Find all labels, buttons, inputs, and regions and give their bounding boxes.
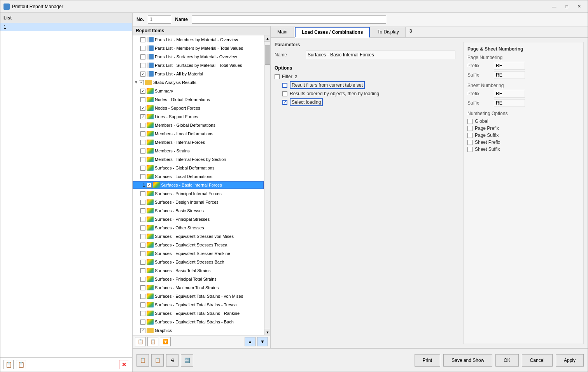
checkbox[interactable] — [140, 311, 145, 316]
checkbox[interactable] — [140, 191, 145, 196]
list-item[interactable]: ✓ Graphics — [133, 326, 264, 335]
list-item[interactable]: ✓ Nodes - Support Forces — [133, 104, 264, 112]
tree-add-button[interactable]: 📋 — [135, 337, 146, 346]
select-loading-checkbox[interactable]: ✓ — [282, 100, 287, 105]
tree-up-button[interactable]: ▲ — [245, 337, 256, 346]
maximize-button[interactable]: □ — [561, 2, 572, 11]
close-button[interactable]: ✕ — [574, 2, 584, 11]
checkbox[interactable] — [140, 268, 145, 273]
checkbox[interactable] — [140, 54, 145, 59]
list-item[interactable]: Surfaces - Principal Total Strains — [133, 275, 264, 283]
checkbox[interactable] — [140, 225, 145, 231]
checkbox[interactable] — [140, 37, 145, 42]
print-button[interactable]: Print — [415, 354, 441, 367]
checkbox[interactable]: ✓ — [140, 89, 145, 94]
list-item[interactable]: Surfaces - Equivalent Stresses Bach — [133, 258, 264, 266]
checkbox[interactable] — [140, 157, 145, 162]
list-item[interactable]: Surfaces - Equivalent Stresses Tresca — [133, 241, 264, 249]
list-item[interactable]: Surfaces - Design Internal Forces — [133, 198, 264, 206]
results-ordered-checkbox[interactable] — [282, 91, 287, 96]
list-item[interactable]: ✓ Lines - Support Forces — [133, 112, 264, 121]
checkbox[interactable] — [140, 251, 145, 256]
list-item[interactable]: Members - Internal Forces — [133, 138, 264, 147]
tree-filter-button[interactable]: 🔽 — [160, 337, 171, 346]
list-item[interactable]: Surfaces - Principal Internal Forces — [133, 189, 264, 198]
page-prefix-checkbox[interactable] — [467, 126, 472, 131]
tab-main[interactable]: Main — [271, 27, 294, 38]
list-item[interactable]: Surfaces - Equivalent Total Strains - Ra… — [133, 309, 264, 318]
apply-button[interactable]: Apply — [556, 354, 584, 367]
toolbar-btn-3[interactable]: 🖨 — [166, 354, 178, 367]
checkbox[interactable] — [140, 46, 145, 51]
scroll-thumb[interactable] — [265, 45, 270, 65]
toolbar-btn-1[interactable]: 📋 — [136, 354, 149, 367]
list-item[interactable]: Surfaces - Basic Stresses — [133, 206, 264, 215]
tree-copy-button[interactable]: 📋 — [147, 337, 158, 346]
minimize-button[interactable]: — — [549, 2, 560, 11]
delete-list-button[interactable]: ✕ — [119, 360, 129, 369]
checkbox[interactable] — [140, 131, 145, 136]
tree-container[interactable]: Parts List - Members by Material - Overv… — [133, 35, 270, 335]
sheet-suffix-checkbox[interactable] — [467, 147, 472, 152]
ok-button[interactable]: OK — [495, 354, 518, 367]
scroll-up-button[interactable]: ▲ — [264, 35, 270, 42]
list-item[interactable]: Parts List - Members by Material - Total… — [133, 44, 264, 52]
name-input[interactable] — [192, 15, 386, 24]
tree-scrollbar[interactable]: ▲ ▼ — [264, 35, 270, 335]
list-item[interactable]: Surfaces - Equivalent Total Strains - vo… — [133, 292, 264, 300]
list-item[interactable]: ✓ Summary — [133, 87, 264, 95]
list-item[interactable]: Parts List - Surfaces by Material - Tota… — [133, 61, 264, 70]
list-item[interactable]: Members - Strains — [133, 147, 264, 155]
cancel-button[interactable]: Cancel — [522, 354, 553, 367]
list-item[interactable]: ▼ ✓ Static Analysis Results — [133, 78, 264, 87]
checkbox[interactable] — [140, 63, 145, 68]
checkbox[interactable] — [140, 260, 145, 265]
list-item[interactable]: Nodes - Global Deformations — [133, 95, 264, 104]
page-suffix-checkbox[interactable] — [467, 133, 472, 138]
list-item[interactable]: Surfaces - Local Deformations — [133, 172, 264, 181]
checkbox[interactable] — [140, 320, 145, 325]
checkbox[interactable] — [140, 208, 145, 213]
checkbox[interactable] — [140, 294, 145, 299]
checkbox[interactable]: ✓ — [140, 328, 145, 333]
copy-list-button[interactable]: 📋 — [16, 360, 26, 369]
checkbox[interactable]: ✓ — [140, 72, 145, 77]
add-list-button[interactable]: 📋 — [4, 360, 14, 369]
list-item[interactable]: Surfaces - Equivalent Stresses Rankine — [133, 249, 264, 258]
list-item[interactable]: Surfaces - Global Deformations — [133, 164, 264, 172]
list-item[interactable]: Surfaces - Equivalent Total Strains - Ba… — [133, 318, 264, 326]
list-item[interactable]: Surfaces - Other Stresses — [133, 224, 264, 232]
checkbox[interactable] — [140, 200, 145, 205]
list-item[interactable]: Surfaces - Principal Stresses — [133, 215, 264, 224]
surfaces-basic-internal-forces-item[interactable]: 1 ✓ Surfaces - Basic Internal Forces — [133, 181, 264, 189]
tab-load-cases[interactable]: Load Cases / Combinations — [295, 27, 370, 38]
checkbox[interactable] — [140, 302, 145, 307]
list-item[interactable]: 1 — [0, 23, 132, 31]
checkbox[interactable] — [140, 217, 145, 222]
list-item[interactable]: Members - Internal Forces by Section — [133, 155, 264, 164]
result-filters-checkbox[interactable] — [282, 83, 287, 88]
no-input[interactable] — [148, 15, 171, 24]
checkbox[interactable] — [140, 166, 145, 171]
checkbox[interactable] — [140, 140, 145, 145]
list-item[interactable]: Members - Global Deformations — [133, 121, 264, 129]
list-item[interactable]: Surfaces - Equivalent Total Strains - Tr… — [133, 300, 264, 309]
checkbox[interactable] — [140, 234, 145, 239]
checkbox[interactable] — [140, 285, 145, 290]
list-item[interactable]: ✓ Parts List - All by Material — [133, 70, 264, 78]
tab-to-display[interactable]: To Display — [371, 27, 405, 38]
checkbox[interactable]: ✓ — [140, 106, 145, 111]
list-item[interactable]: Surfaces - Maximum Total Strains — [133, 283, 264, 292]
list-item[interactable]: Surfaces - Basic Total Strains — [133, 266, 264, 275]
checkbox[interactable]: ✓ — [140, 114, 145, 119]
sheet-prefix-checkbox[interactable] — [467, 140, 472, 145]
tree-down-button[interactable]: ▼ — [257, 337, 268, 346]
checkbox[interactable] — [140, 97, 145, 102]
checkbox[interactable] — [140, 174, 145, 179]
toolbar-btn-4[interactable]: 🔤 — [181, 354, 193, 367]
list-item[interactable]: Parts List - Surfaces by Material - Over… — [133, 52, 264, 61]
save-and-show-button[interactable]: Save and Show — [443, 354, 492, 367]
list-item[interactable]: Members - Local Deformations — [133, 129, 264, 138]
checkbox[interactable]: ✓ — [139, 80, 144, 85]
toolbar-btn-2[interactable]: 📋 — [151, 354, 164, 367]
